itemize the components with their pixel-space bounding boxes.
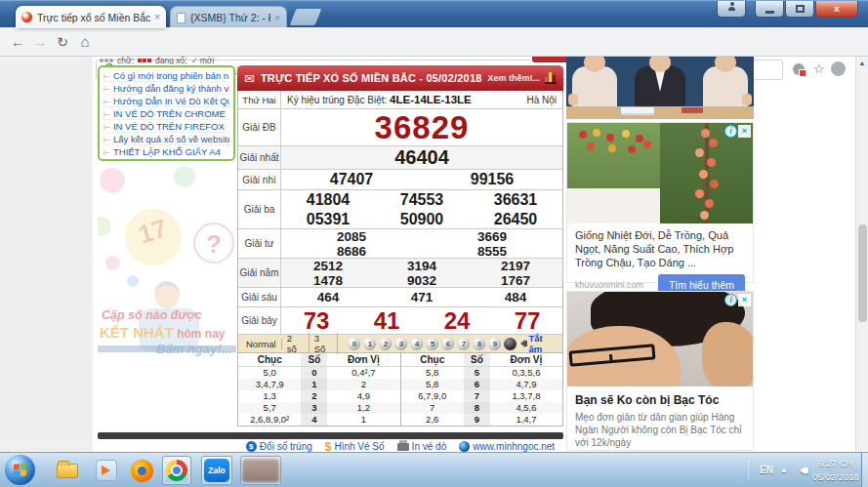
tray-expand-icon[interactable]: ▲ bbox=[780, 466, 788, 474]
taskbar-chrome-button[interactable] bbox=[162, 456, 191, 485]
sidebar-item-register-guide[interactable]: ⊢Hướng dẫn đăng ký thành viên, bbox=[103, 82, 229, 95]
close-icon: × bbox=[834, 4, 840, 15]
scrollbar-up-arrow[interactable]: ▲ bbox=[856, 57, 868, 69]
prize-number: 484 bbox=[505, 290, 527, 304]
tab-close-icon[interactable]: × bbox=[274, 13, 280, 23]
ad-hair-image[interactable]: i × bbox=[567, 292, 753, 386]
digit-ball-dark[interactable] bbox=[504, 338, 517, 350]
sidebar-item-print-guide[interactable]: ⊢Hướng Dẫn In Vé Dò Kết Quả bbox=[103, 95, 229, 107]
mode-2-digits[interactable]: 2 số bbox=[282, 333, 310, 354]
ad-gray-hair[interactable]: i × Bạn sẽ Ko còn bị Bạc Tóc Mẹo đơn giả… bbox=[566, 291, 754, 451]
scrollbar-thumb[interactable] bbox=[858, 224, 867, 322]
prize-label: Giải nhất bbox=[238, 146, 281, 169]
prize-label: Giải bảy bbox=[238, 307, 281, 334]
bookmark-star-icon[interactable]: ☆ bbox=[813, 61, 825, 76]
question-bubble: ? bbox=[193, 223, 234, 264]
promo-banner[interactable]: 17 ? Cặp số nào được KẾT NHẤT hôm nay Bấ… bbox=[98, 166, 236, 431]
ad-body: Mẹo đơn giản từ dân gian giúp Hàng Ngàn … bbox=[567, 407, 753, 449]
prize-number: 05391 bbox=[307, 211, 351, 228]
digit-ball-9[interactable]: 9 bbox=[488, 338, 501, 350]
prize-number: 50900 bbox=[400, 211, 444, 228]
volume-icon[interactable] bbox=[796, 467, 806, 474]
taskbar-explorer-button[interactable] bbox=[53, 456, 82, 485]
digit-ball-0[interactable]: 0 bbox=[348, 338, 360, 350]
prize-number: 24 bbox=[444, 307, 471, 335]
ad-fruit-trees[interactable]: i × Giống Nhiệt Đới, Dễ Trồng, Quả Ngọt,… bbox=[566, 122, 754, 283]
ad-title[interactable]: Bạn sẽ Ko còn bị Bạc Tóc bbox=[567, 386, 753, 407]
taskbar-zalo-button[interactable]: Zalo bbox=[201, 456, 232, 485]
minimize-button[interactable] bbox=[755, 1, 784, 18]
home-button[interactable]: ⌂ bbox=[75, 32, 95, 52]
ball-icon bbox=[104, 59, 108, 62]
drawing-square-icon bbox=[143, 59, 146, 62]
minimize-icon bbox=[765, 11, 774, 14]
loto-table-right: Chục Số Đơn Vị 5,8 5 0,3,5,6 5,8 6 4,7,9… bbox=[401, 353, 563, 426]
special-symbol: Ký hiệu trúng Đặc Biệt: 4LE-14LE-13LE bbox=[281, 94, 517, 105]
see-more-link[interactable]: Xem thêm!... bbox=[487, 73, 540, 83]
digit-ball-6[interactable]: 6 bbox=[441, 338, 454, 350]
loto-cell: 1,3 bbox=[238, 390, 301, 402]
sidebar-item-get-results[interactable]: ⊢Lấy kết quả xổ số về websites bbox=[103, 133, 229, 145]
digit-ball-5[interactable]: 5 bbox=[426, 338, 438, 350]
loto-header: Đơn Vị bbox=[327, 353, 399, 367]
page-scrollbar[interactable]: ▲ bbox=[855, 57, 868, 452]
ad-headline[interactable]: Giống Nhiệt Đới, Dễ Trồng, Quả Ngọt, Năn… bbox=[567, 223, 753, 271]
link-doi-so-trung[interactable]: $Đổi số trúng bbox=[246, 441, 312, 452]
profile-button[interactable] bbox=[717, 1, 746, 18]
mode-3-digits[interactable]: 3 Số bbox=[310, 333, 339, 354]
digit-ball-7[interactable]: 7 bbox=[457, 338, 470, 350]
sidebar-item-whats-new[interactable]: ⊢Có gì mới trong phiên bản này bbox=[103, 69, 229, 82]
digit-ball-3[interactable]: 3 bbox=[394, 338, 407, 350]
bullet-icon: ⊢ bbox=[103, 98, 110, 106]
link-in-ve-do[interactable]: In vé dò bbox=[397, 441, 447, 452]
widget-header: ✉ TRỰC TIẾP XỔ SỐ MIỀN BẮC - 05/02/2018 … bbox=[237, 65, 563, 91]
loto-header: Số bbox=[301, 353, 327, 367]
new-tab-button[interactable] bbox=[290, 9, 322, 25]
lottery-ball-icon bbox=[174, 166, 195, 187]
close-button[interactable]: × bbox=[815, 1, 858, 18]
ad-close-icon[interactable]: × bbox=[738, 294, 751, 306]
maximize-button[interactable] bbox=[785, 1, 814, 18]
sidebar-item-print-firefox[interactable]: ⊢IN VÉ DÒ TRÊN FIREFOX bbox=[103, 120, 229, 133]
tab-title: {XSMB} Thứ 2: - Đáp Ống bbox=[190, 12, 270, 23]
forward-button[interactable]: → bbox=[30, 32, 50, 52]
digit-ball-4[interactable]: 4 bbox=[410, 338, 423, 350]
loto-cell: 7 bbox=[401, 402, 464, 414]
window-titlebar: Trực tiếp xổ số Miền Bắc × {XSMB} Thứ 2:… bbox=[0, 0, 868, 27]
thumb-up-hand bbox=[742, 94, 752, 105]
potted-tree bbox=[595, 204, 598, 223]
start-button[interactable] bbox=[5, 455, 35, 485]
show-desktop-button[interactable] bbox=[861, 453, 868, 487]
ad-close-icon[interactable]: × bbox=[738, 125, 751, 138]
ad-fruit-image[interactable]: i × bbox=[567, 123, 753, 223]
taskbar-mediaplayer-button[interactable] bbox=[92, 456, 121, 485]
back-button[interactable]: ← bbox=[8, 32, 27, 52]
taskbar-app-button[interactable] bbox=[240, 456, 281, 485]
loto-cell: 2,6,8,9,0² bbox=[238, 414, 301, 426]
link-minhngoc-home[interactable]: www.minhngoc.net bbox=[459, 441, 555, 452]
prize-row-seventh: Giải bảy 73 41 24 77 bbox=[238, 307, 562, 335]
taskbar-firefox-button[interactable] bbox=[127, 456, 156, 485]
loto-cell: 4 bbox=[301, 414, 327, 426]
digit-ball-2[interactable]: 2 bbox=[379, 338, 392, 350]
mute-button[interactable]: Tắt âm bbox=[517, 333, 557, 354]
adchoices-info-icon[interactable]: i bbox=[724, 125, 737, 138]
ad-photo-people[interactable] bbox=[566, 57, 754, 119]
tab-close-icon[interactable]: × bbox=[154, 12, 160, 22]
sidebar-item-print-chrome[interactable]: ⊢IN VÉ DÒ TRÊN CHROME bbox=[103, 107, 229, 120]
chart-icon[interactable] bbox=[545, 72, 557, 84]
profile-avatar[interactable] bbox=[831, 61, 846, 76]
digit-ball-8[interactable]: 8 bbox=[473, 338, 485, 350]
tab-active[interactable]: Trực tiếp xổ số Miền Bắc × bbox=[16, 6, 166, 28]
mode-normal[interactable]: Normal bbox=[244, 339, 282, 349]
adchoices-info-icon[interactable]: i bbox=[724, 294, 737, 306]
digit-ball-1[interactable]: 1 bbox=[363, 338, 376, 350]
reload-button[interactable]: ↻ bbox=[53, 32, 72, 52]
loto-cell: 7 bbox=[464, 390, 490, 402]
extension-icon[interactable] bbox=[793, 63, 805, 75]
language-indicator[interactable]: EN bbox=[760, 465, 773, 475]
bullet-icon: ⊢ bbox=[103, 72, 110, 81]
tab-inactive[interactable]: {XSMB} Thứ 2: - Đáp Ống × bbox=[170, 6, 287, 28]
taskbar-clock[interactable]: 6:27 CH 05/02/2018 bbox=[811, 457, 860, 484]
sidebar-item-paper-a4[interactable]: ⊢THIẾT LẬP KHỔ GIẤY A4 bbox=[103, 145, 229, 158]
